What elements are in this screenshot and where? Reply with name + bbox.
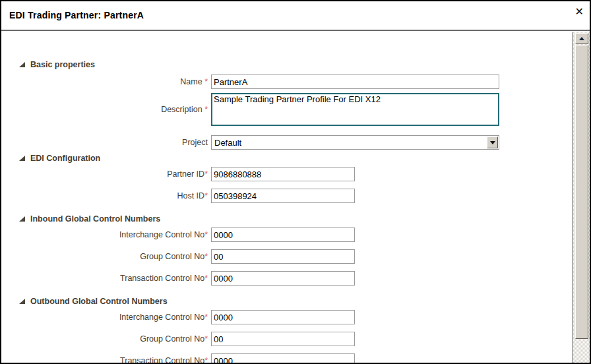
field-label-wrap: Host ID* — [1, 191, 211, 200]
field-label: Partner ID — [167, 169, 204, 179]
scrollbar-thumb[interactable] — [575, 45, 588, 339]
field-label-wrap: Group Control No* — [1, 252, 211, 261]
form-row: Transaction Control No* — [1, 353, 569, 364]
form-row: Description * — [1, 93, 569, 126]
field-label: Name — [180, 77, 202, 86]
field-slot: Default — [211, 135, 499, 150]
form-row: Transaction Control No* — [1, 271, 569, 286]
section-title: Inbound Global Control Numbers — [30, 214, 160, 224]
field-label: Transaction Control No — [120, 356, 204, 364]
form-row: Group Control No* — [1, 249, 569, 264]
form-row: Host ID* — [1, 189, 569, 203]
field-slot — [211, 228, 355, 242]
required-marker: * — [204, 356, 208, 364]
section-collapse-icon[interactable] — [19, 62, 25, 67]
field-label: Group Control No — [140, 334, 204, 344]
field-label: Group Control No — [140, 252, 204, 261]
edi-trading-partner-dialog: EDI Trading Partner: PartnerA ✕ Basic pr… — [0, 0, 591, 364]
description-input[interactable] — [211, 93, 499, 126]
form-row: Partner ID* — [1, 167, 569, 181]
field-label-wrap: Partner ID* — [1, 169, 211, 179]
form-row: Name * — [1, 75, 569, 89]
project-select[interactable]: Default — [211, 135, 499, 150]
field-slot — [211, 353, 355, 364]
field-label: Transaction Control No — [120, 274, 204, 283]
field-slot — [211, 249, 355, 264]
outbound-transaction-control-no-input[interactable] — [211, 353, 355, 364]
field-label: Interchange Control No — [119, 230, 204, 239]
close-icon[interactable]: ✕ — [575, 7, 584, 17]
field-label-wrap: Interchange Control No* — [1, 313, 211, 322]
required-marker: * — [202, 77, 208, 86]
dialog-titlebar: EDI Trading Partner: PartnerA ✕ — [1, 1, 590, 31]
field-slot — [211, 332, 355, 346]
section-title: EDI Configuration — [30, 153, 100, 164]
outbound-group-control-no-input[interactable] — [211, 332, 355, 346]
required-marker: * — [204, 334, 208, 344]
inbound-interchange-control-no-input[interactable] — [211, 228, 355, 242]
field-label-wrap: Description * — [1, 105, 211, 114]
section-title: Outbound Global Control Numbers — [30, 296, 168, 307]
required-marker: * — [204, 169, 208, 179]
field-slot — [211, 93, 499, 126]
field-label-wrap: Interchange Control No* — [1, 230, 211, 239]
field-label-wrap: Transaction Control No* — [1, 274, 211, 283]
section-header: Basic properties — [1, 59, 569, 70]
field-label-wrap: Transaction Control No* — [1, 356, 211, 364]
field-label-wrap: Name * — [1, 77, 211, 86]
section-collapse-icon[interactable] — [19, 299, 25, 304]
field-label: Interchange Control No — [119, 313, 204, 322]
required-marker: * — [204, 191, 208, 200]
section-header: Outbound Global Control Numbers — [1, 296, 569, 307]
field-slot — [211, 167, 355, 181]
section-collapse-icon[interactable] — [19, 216, 25, 222]
section-collapse-icon[interactable] — [19, 156, 25, 161]
dropdown-arrow-button[interactable] — [487, 136, 498, 148]
field-label-wrap: Group Control No* — [1, 334, 211, 344]
name-input[interactable] — [211, 75, 499, 89]
required-marker: * — [204, 313, 208, 322]
field-label: Description — [161, 105, 202, 114]
vertical-scrollbar[interactable] — [573, 32, 590, 363]
chevron-down-icon — [490, 141, 495, 144]
partner-id-input[interactable] — [211, 167, 355, 181]
form-area: Basic properties Name * Description * Pr… — [1, 31, 569, 364]
project-select-value: Default — [214, 138, 241, 148]
form-row: Group Control No* — [1, 332, 569, 346]
scroll-up-icon — [579, 37, 584, 40]
required-marker: * — [202, 105, 208, 114]
required-marker: * — [204, 252, 208, 261]
section-header: EDI Configuration — [1, 153, 569, 164]
outbound-interchange-control-no-input[interactable] — [211, 310, 355, 324]
inbound-transaction-control-no-input[interactable] — [211, 271, 355, 286]
form-row: Project Default — [1, 135, 569, 150]
form-row: Interchange Control No* — [1, 228, 569, 242]
required-marker: * — [204, 274, 208, 283]
scroll-up-button[interactable] — [575, 33, 588, 44]
field-slot — [211, 271, 355, 286]
field-label: Project — [182, 138, 208, 147]
form-row: Interchange Control No* — [1, 310, 569, 324]
inbound-group-control-no-input[interactable] — [211, 249, 355, 264]
field-slot — [211, 310, 355, 324]
field-label: Host ID — [177, 191, 204, 200]
field-slot — [211, 189, 355, 203]
section-header: Inbound Global Control Numbers — [1, 214, 569, 224]
field-slot — [211, 75, 499, 89]
field-label-wrap: Project — [1, 138, 211, 147]
host-id-input[interactable] — [211, 189, 355, 203]
required-marker: * — [204, 230, 208, 239]
page-title: EDI Trading Partner: PartnerA — [9, 10, 144, 20]
section-title: Basic properties — [30, 59, 95, 70]
